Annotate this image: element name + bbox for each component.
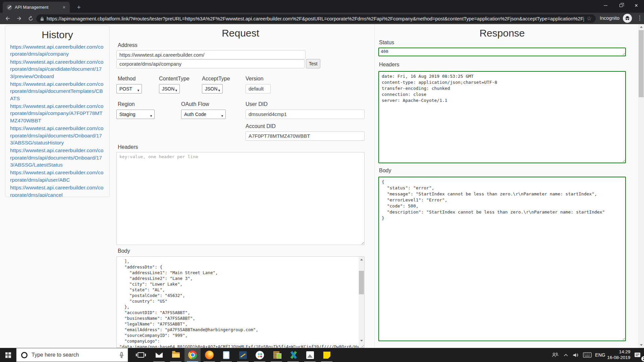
taskbar-app-ssms[interactable] <box>235 348 251 362</box>
forward-icon <box>16 15 22 21</box>
chevron-down-icon: ▼ <box>218 87 221 94</box>
keyboard-icon <box>583 352 592 358</box>
page-scroll-up-button[interactable] <box>638 24 644 30</box>
slack-icon <box>256 351 264 359</box>
response-headers-field[interactable]: date: Fri, 16 Aug 2019 08:53:25 GMT cont… <box>378 71 626 163</box>
chevron-up-icon <box>564 354 568 356</box>
scrollbar-thumb[interactable] <box>359 271 364 294</box>
people-icon <box>552 352 558 358</box>
taskbar-app-file-explorer[interactable] <box>168 348 184 362</box>
window-restore-button[interactable] <box>613 0 629 11</box>
user-did-input[interactable]: dmsuserid4cmp1 <box>246 110 365 119</box>
request-body-content: ], "addressDto": { "addressLine1": "Main… <box>117 257 364 348</box>
history-link[interactable]: https://wwwtest.api.careerbuilder.com/co… <box>10 125 105 146</box>
browser-titlebar: API Management ✕ + ✕ <box>0 0 644 13</box>
back-icon <box>5 15 11 21</box>
clock-date: 16-08-2019 <box>607 355 630 361</box>
request-headers-textarea[interactable]: key:value, one header per line <box>116 152 365 245</box>
microphone-icon[interactable] <box>119 352 124 358</box>
clock[interactable]: 14:29 16-08-2019 <box>606 348 631 362</box>
taskbar-app-mail[interactable] <box>151 348 167 362</box>
taskbar-app-chrome[interactable] <box>184 348 201 362</box>
taskbar-app-photos[interactable] <box>302 348 318 362</box>
response-status-field[interactable]: 400 <box>378 48 626 56</box>
history-link[interactable]: https://wwwtest.api.careerbuilder.com/co… <box>10 43 105 58</box>
browser-toolbar: https://apimanagement.cbplatform.link/?#… <box>0 13 644 24</box>
file-explorer-icon <box>172 352 180 358</box>
triangle-down-icon <box>640 344 643 346</box>
history-link[interactable]: https://wwwtest.api.careerbuilder.com/co… <box>10 147 105 168</box>
account-did-label: Account DID <box>246 123 276 129</box>
refresh-icon <box>28 16 34 21</box>
response-body-content: { "status": "error", "message": "StartIn… <box>379 177 625 223</box>
incognito-icon <box>623 14 632 23</box>
taskbar-app-erp[interactable] <box>268 348 284 362</box>
notepad-icon <box>223 351 229 359</box>
user-did-label: User DID <box>246 101 268 107</box>
test-button[interactable]: Test <box>306 59 320 68</box>
history-panel: History https://wwwtest.api.careerbuilde… <box>5 25 110 197</box>
oauth-flow-select[interactable]: Auth Code▼ <box>181 110 226 119</box>
account-did-input[interactable]: A7F0PT78MTMZ470WBBT <box>246 131 365 141</box>
chevron-down-icon: ▼ <box>137 87 140 94</box>
resize-grip-icon[interactable] <box>360 241 364 244</box>
restore-icon <box>620 4 623 7</box>
volume-button[interactable] <box>571 348 581 362</box>
response-status-value: 400 <box>379 48 625 55</box>
triangle-up-icon <box>640 26 643 28</box>
response-body-field[interactable]: { "status": "error", "message": "StartIn… <box>378 177 626 341</box>
triangle-up-icon <box>360 259 363 260</box>
page-scrollbar-thumb[interactable] <box>639 30 644 97</box>
history-link[interactable]: https://wwwtest.api.careerbuilder.com/co… <box>10 169 105 183</box>
address-path-input[interactable]: corporate/dms/api/company <box>116 59 305 68</box>
erp-building-icon <box>273 351 279 359</box>
response-headers-content: date: Fri, 16 Aug 2019 08:53:25 GMT cont… <box>379 72 625 105</box>
language-indicator[interactable]: ENG <box>594 348 606 362</box>
address-base-input[interactable]: https://wwwtest.api.careerbuilder.com/ <box>116 50 306 59</box>
history-link[interactable]: https://wwwtest.api.careerbuilder.com/co… <box>10 103 105 124</box>
method-select[interactable]: POST▼ <box>116 84 142 94</box>
page-scrollbar[interactable] <box>638 24 644 348</box>
window-minimize-button[interactable] <box>598 0 613 11</box>
browser-tab[interactable]: API Management ✕ <box>3 2 70 13</box>
taskbar-app-firefox[interactable] <box>201 348 217 362</box>
bookmark-star-icon[interactable]: ☆ <box>587 15 592 22</box>
task-view-button[interactable] <box>133 348 149 362</box>
region-select[interactable]: Staging▼ <box>116 110 155 119</box>
request-body-textarea[interactable]: ], "addressDto": { "addressLine1": "Main… <box>116 256 365 348</box>
taskbar-app-notepad[interactable] <box>218 348 234 362</box>
scroll-down-button[interactable] <box>359 338 364 344</box>
request-body-label: Body <box>118 248 130 254</box>
back-button[interactable] <box>3 14 13 23</box>
request-body-scrollbar[interactable] <box>359 257 364 348</box>
content-type-select[interactable]: JSON▼ <box>159 84 180 94</box>
forward-button[interactable] <box>14 14 24 23</box>
taskbar: Type here to search <box>0 348 644 362</box>
taskbar-app-sticky-notes[interactable] <box>319 348 335 362</box>
tray-overflow-button[interactable] <box>561 348 571 362</box>
refresh-button[interactable] <box>25 14 36 23</box>
window-close-button[interactable]: ✕ <box>629 0 644 11</box>
request-headers-label: Headers <box>118 144 138 150</box>
history-link[interactable]: https://wwwtest.api.careerbuilder.com/co… <box>10 58 105 80</box>
taskbar-app-slack[interactable] <box>252 348 268 362</box>
taskbar-app-vx[interactable] <box>285 348 301 362</box>
history-link[interactable]: https://wwwtest.api.careerbuilder.com/co… <box>10 80 105 102</box>
chevron-down-icon: ▼ <box>221 113 224 119</box>
version-input[interactable]: default <box>246 84 271 94</box>
browser-menu-button[interactable]: ⋮ <box>636 14 643 21</box>
url-bar[interactable]: https://apimanagement.cbplatform.link/?#… <box>36 14 596 23</box>
tab-close-icon[interactable]: ✕ <box>61 4 67 10</box>
touch-keyboard-button[interactable] <box>581 348 594 362</box>
action-center-button[interactable]: 2 <box>631 348 644 362</box>
start-button[interactable] <box>0 348 16 362</box>
taskbar-search-box[interactable]: Type here to search <box>16 348 128 362</box>
new-tab-button[interactable]: + <box>74 3 83 12</box>
people-button[interactable] <box>549 348 561 362</box>
accept-type-select[interactable]: JSON▼ <box>202 84 223 94</box>
scroll-up-button[interactable] <box>359 257 364 262</box>
history-link[interactable]: https://wwwtest.api.careerbuilder.com/co… <box>10 184 105 197</box>
resize-grip-icon[interactable] <box>621 159 625 162</box>
page-scroll-down-button[interactable] <box>638 342 644 348</box>
resize-grip-icon[interactable] <box>621 337 625 340</box>
